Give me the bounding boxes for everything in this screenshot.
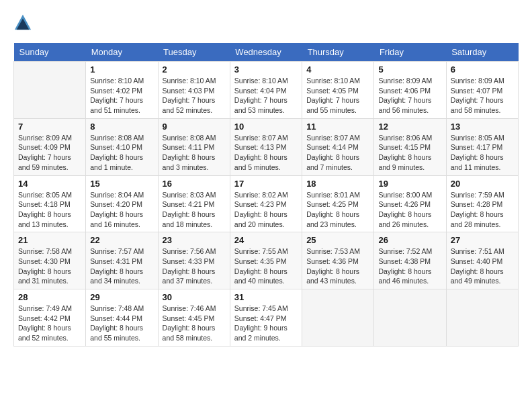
calendar-cell: 19Sunrise: 8:00 AMSunset: 4:26 PMDayligh…: [374, 175, 446, 232]
day-number: 30: [163, 292, 226, 302]
day-number: 12: [378, 122, 441, 132]
calendar-cell: 7Sunrise: 8:09 AMSunset: 4:09 PMDaylight…: [14, 118, 86, 175]
day-info: Sunrise: 8:04 AMSunset: 4:20 PMDaylight:…: [90, 190, 153, 230]
calendar-cell: 4Sunrise: 8:10 AMSunset: 4:05 PMDaylight…: [302, 62, 374, 119]
calendar-cell: 5Sunrise: 8:09 AMSunset: 4:06 PMDaylight…: [374, 62, 446, 119]
calendar-cell: 23Sunrise: 7:56 AMSunset: 4:33 PMDayligh…: [158, 232, 230, 289]
day-number: 17: [234, 179, 298, 189]
calendar-cell: 16Sunrise: 8:03 AMSunset: 4:21 PMDayligh…: [158, 175, 230, 232]
day-number: 8: [90, 122, 153, 132]
calendar-cell: 11Sunrise: 8:07 AMSunset: 4:14 PMDayligh…: [302, 118, 374, 175]
calendar-cell: 14Sunrise: 8:05 AMSunset: 4:18 PMDayligh…: [14, 175, 86, 232]
day-number: 6: [451, 64, 514, 75]
calendar-cell: 24Sunrise: 7:55 AMSunset: 4:35 PMDayligh…: [230, 232, 302, 289]
day-number: 23: [163, 235, 226, 245]
day-info: Sunrise: 7:57 AMSunset: 4:31 PMDaylight:…: [90, 246, 153, 286]
day-number: 2: [163, 64, 226, 75]
calendar-cell: 18Sunrise: 8:01 AMSunset: 4:25 PMDayligh…: [302, 175, 374, 232]
calendar-week-row: 1Sunrise: 8:10 AMSunset: 4:02 PMDaylight…: [14, 62, 519, 119]
day-info: Sunrise: 8:07 AMSunset: 4:13 PMDaylight:…: [234, 133, 298, 173]
day-number: 13: [451, 122, 514, 132]
calendar-cell: 27Sunrise: 7:51 AMSunset: 4:40 PMDayligh…: [446, 232, 518, 289]
calendar-table: Sunday Monday Tuesday Wednesday Thursday…: [13, 43, 519, 347]
day-info: Sunrise: 8:02 AMSunset: 4:23 PMDaylight:…: [234, 190, 298, 230]
calendar-cell: 25Sunrise: 7:53 AMSunset: 4:36 PMDayligh…: [302, 232, 374, 289]
col-sunday: Sunday: [14, 43, 86, 62]
day-info: Sunrise: 8:09 AMSunset: 4:09 PMDaylight:…: [18, 133, 81, 173]
day-info: Sunrise: 8:08 AMSunset: 4:10 PMDaylight:…: [90, 133, 153, 173]
calendar-cell: [14, 62, 86, 119]
day-number: 3: [234, 64, 298, 75]
calendar-cell: [302, 289, 374, 347]
day-info: Sunrise: 8:08 AMSunset: 4:11 PMDaylight:…: [163, 133, 226, 173]
day-number: 15: [90, 179, 153, 189]
calendar-cell: 9Sunrise: 8:08 AMSunset: 4:11 PMDaylight…: [158, 118, 230, 175]
day-number: 24: [234, 235, 298, 245]
day-number: 27: [451, 235, 514, 245]
calendar-cell: 1Sunrise: 8:10 AMSunset: 4:02 PMDaylight…: [86, 62, 158, 119]
col-tuesday: Tuesday: [158, 43, 230, 62]
header: [13, 13, 519, 32]
day-info: Sunrise: 8:05 AMSunset: 4:18 PMDaylight:…: [18, 190, 81, 230]
day-info: Sunrise: 8:09 AMSunset: 4:06 PMDaylight:…: [378, 76, 441, 116]
day-info: Sunrise: 8:10 AMSunset: 4:04 PMDaylight:…: [234, 76, 298, 116]
day-info: Sunrise: 7:55 AMSunset: 4:35 PMDaylight:…: [234, 246, 298, 286]
calendar-cell: 28Sunrise: 7:49 AMSunset: 4:42 PMDayligh…: [14, 289, 86, 347]
day-number: 14: [18, 179, 81, 189]
calendar-cell: 3Sunrise: 8:10 AMSunset: 4:04 PMDaylight…: [230, 62, 302, 119]
day-info: Sunrise: 8:06 AMSunset: 4:15 PMDaylight:…: [378, 133, 441, 173]
day-number: 25: [306, 235, 369, 245]
day-number: 20: [451, 179, 514, 189]
calendar-cell: 13Sunrise: 8:05 AMSunset: 4:17 PMDayligh…: [446, 118, 518, 175]
day-number: 26: [378, 235, 441, 245]
day-info: Sunrise: 7:46 AMSunset: 4:45 PMDaylight:…: [163, 304, 226, 343]
day-info: Sunrise: 8:10 AMSunset: 4:03 PMDaylight:…: [163, 76, 226, 116]
calendar-cell: 17Sunrise: 8:02 AMSunset: 4:23 PMDayligh…: [230, 175, 302, 232]
day-number: 19: [378, 179, 441, 189]
day-number: 10: [234, 122, 298, 132]
day-number: 1: [90, 64, 153, 75]
calendar-cell: 30Sunrise: 7:46 AMSunset: 4:45 PMDayligh…: [158, 289, 230, 347]
day-info: Sunrise: 7:51 AMSunset: 4:40 PMDaylight:…: [451, 246, 514, 286]
calendar-week-row: 28Sunrise: 7:49 AMSunset: 4:42 PMDayligh…: [14, 289, 519, 347]
calendar-cell: [374, 289, 446, 347]
day-info: Sunrise: 8:01 AMSunset: 4:25 PMDaylight:…: [306, 190, 369, 230]
day-info: Sunrise: 7:49 AMSunset: 4:42 PMDaylight:…: [18, 304, 81, 343]
day-number: 5: [378, 64, 441, 75]
day-number: 22: [90, 235, 153, 245]
day-info: Sunrise: 7:58 AMSunset: 4:30 PMDaylight:…: [18, 246, 81, 286]
logo-icon: [13, 13, 32, 32]
calendar-header-row: Sunday Monday Tuesday Wednesday Thursday…: [14, 43, 519, 62]
day-number: 29: [90, 292, 153, 302]
day-info: Sunrise: 8:10 AMSunset: 4:05 PMDaylight:…: [306, 76, 369, 116]
day-info: Sunrise: 7:45 AMSunset: 4:47 PMDaylight:…: [234, 304, 298, 343]
calendar-cell: [446, 289, 518, 347]
day-info: Sunrise: 8:03 AMSunset: 4:21 PMDaylight:…: [163, 190, 226, 230]
day-info: Sunrise: 7:59 AMSunset: 4:28 PMDaylight:…: [451, 190, 514, 230]
calendar-week-row: 7Sunrise: 8:09 AMSunset: 4:09 PMDaylight…: [14, 118, 519, 175]
day-info: Sunrise: 8:09 AMSunset: 4:07 PMDaylight:…: [451, 76, 514, 116]
calendar-week-row: 14Sunrise: 8:05 AMSunset: 4:18 PMDayligh…: [14, 175, 519, 232]
day-info: Sunrise: 7:48 AMSunset: 4:44 PMDaylight:…: [90, 304, 153, 343]
day-number: 9: [163, 122, 226, 132]
calendar-cell: 22Sunrise: 7:57 AMSunset: 4:31 PMDayligh…: [86, 232, 158, 289]
day-info: Sunrise: 7:56 AMSunset: 4:33 PMDaylight:…: [163, 246, 226, 286]
logo: [13, 13, 35, 32]
day-number: 16: [163, 179, 226, 189]
calendar-cell: 20Sunrise: 7:59 AMSunset: 4:28 PMDayligh…: [446, 175, 518, 232]
day-info: Sunrise: 7:52 AMSunset: 4:38 PMDaylight:…: [378, 246, 441, 286]
day-info: Sunrise: 8:05 AMSunset: 4:17 PMDaylight:…: [451, 133, 514, 173]
day-number: 28: [18, 292, 81, 302]
calendar-cell: 15Sunrise: 8:04 AMSunset: 4:20 PMDayligh…: [86, 175, 158, 232]
day-info: Sunrise: 7:53 AMSunset: 4:36 PMDaylight:…: [306, 246, 369, 286]
day-number: 7: [18, 122, 81, 132]
col-saturday: Saturday: [446, 43, 518, 62]
day-info: Sunrise: 8:00 AMSunset: 4:26 PMDaylight:…: [378, 190, 441, 230]
day-number: 21: [18, 235, 81, 245]
day-number: 31: [234, 292, 298, 302]
calendar-cell: 8Sunrise: 8:08 AMSunset: 4:10 PMDaylight…: [86, 118, 158, 175]
calendar-cell: 6Sunrise: 8:09 AMSunset: 4:07 PMDaylight…: [446, 62, 518, 119]
col-friday: Friday: [374, 43, 446, 62]
day-info: Sunrise: 8:07 AMSunset: 4:14 PMDaylight:…: [306, 133, 369, 173]
calendar-cell: 29Sunrise: 7:48 AMSunset: 4:44 PMDayligh…: [86, 289, 158, 347]
